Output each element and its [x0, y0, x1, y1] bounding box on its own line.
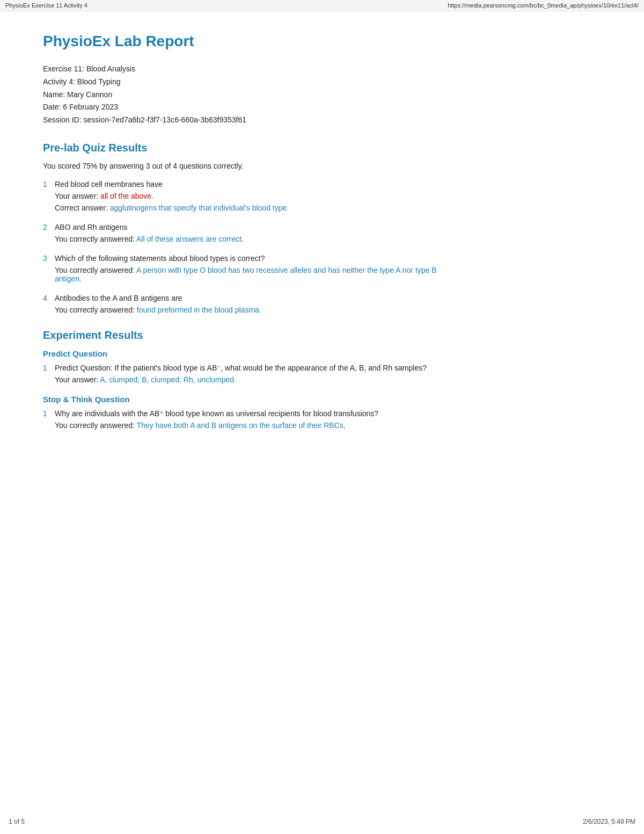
correct-answer-block-1: Correct answer: agglutinogens that speci…: [55, 204, 440, 212]
correct-answer-value-1: agglutinogens that specify that individu…: [110, 204, 289, 212]
browser-bar: PhysioEx Exercise 11 Activity 4 https://…: [0, 0, 644, 11]
content-area: PhysioEx Lab Report Exercise 11: Blood A…: [0, 11, 483, 483]
prelab-question-4: 4 Antibodies to the A and B antigens are…: [43, 294, 440, 314]
page-info: 1 of 5: [9, 818, 25, 825]
your-answer-label-2: You correctly answered:: [55, 235, 136, 243]
stopthink-number-1: 1: [43, 409, 50, 418]
page-title: PhysioEx Lab Report: [43, 33, 440, 50]
meta-activity: Activity 4: Blood Typing: [43, 76, 440, 89]
answer-block-1: Your answer: all of the above.: [55, 192, 440, 200]
predict-number-1: 1: [43, 364, 50, 372]
question-number-1: 1: [43, 180, 50, 188]
experiment-heading: Experiment Results: [43, 329, 440, 342]
your-answer-label-1: Your answer:: [55, 192, 100, 200]
question-row-1: 1 Red blood cell membranes have: [43, 180, 440, 188]
question-row-3: 3 Which of the following statements abou…: [43, 254, 440, 263]
question-text-3: Which of the following statements about …: [55, 254, 265, 263]
predict-text-1: Predict Question: If the patient's blood…: [55, 364, 427, 372]
your-answer-label-3: You correctly answered:: [55, 266, 136, 274]
predict-question-row-1: 1 Predict Question: If the patient's blo…: [43, 364, 440, 372]
predict-answer-value-1: A, clumped; B, clumped; Rh, unclumped.: [100, 375, 236, 384]
tab-title: PhysioEx Exercise 11 Activity 4: [5, 2, 87, 9]
meta-exercise: Exercise 11: Blood Analysis: [43, 63, 440, 76]
meta-session: Session ID: session-7ed7a6b2-f3f7-13c6-6…: [43, 114, 440, 127]
prelab-heading: Pre-lab Quiz Results: [43, 142, 440, 154]
question-row-4: 4 Antibodies to the A and B antigens are: [43, 294, 440, 302]
stopthink-heading: Stop & Think Question: [43, 395, 440, 404]
your-answer-value-2: All of these answers are correct.: [136, 235, 244, 243]
stopthink-question-1: 1 Why are individuals with the AB⁺ blood…: [43, 409, 440, 430]
experiment-section: Experiment Results Predict Question 1 Pr…: [43, 329, 440, 430]
footer-datetime: 2/6/2023, 5:49 PM: [583, 818, 635, 825]
predict-answer-block-1: Your answer: A, clumped; B, clumped; Rh,…: [55, 375, 440, 384]
stopthink-answer-block-1: You correctly answered: They have both A…: [55, 421, 440, 430]
answer-block-3: You correctly answered: A person with ty…: [55, 266, 440, 283]
question-number-2: 2: [43, 223, 50, 231]
stopthink-text-1: Why are individuals with the AB⁺ blood t…: [55, 409, 378, 418]
prelab-question-1: 1 Red blood cell membranes have Your ans…: [43, 180, 440, 212]
prelab-question-3: 3 Which of the following statements abou…: [43, 254, 440, 283]
question-number-4: 4: [43, 294, 50, 302]
prelab-question-2: 2 ABO and Rh antigens You correctly answ…: [43, 223, 440, 243]
answer-block-2: You correctly answered: All of these ans…: [55, 235, 440, 243]
meta-info: Exercise 11: Blood Analysis Activity 4: …: [43, 63, 440, 127]
question-number-3: 3: [43, 254, 50, 263]
meta-name: Name: Mary Cannon: [43, 89, 440, 101]
predict-answer-label-1: Your answer:: [55, 375, 100, 384]
stopthink-question-row-1: 1 Why are individuals with the AB⁺ blood…: [43, 409, 440, 418]
question-row-2: 2 ABO and Rh antigens: [43, 223, 440, 231]
footer-bar: 1 of 5 2/6/2023, 5:49 PM: [0, 818, 644, 825]
stopthink-answer-value-1: They have both A and B antigens on the s…: [137, 421, 346, 430]
predict-question-1: 1 Predict Question: If the patient's blo…: [43, 364, 440, 384]
predict-heading: Predict Question: [43, 349, 440, 358]
your-answer-label-4: You correctly answered:: [55, 306, 137, 314]
answer-block-4: You correctly answered: found preformed …: [55, 306, 440, 314]
question-text-2: ABO and Rh antigens: [55, 223, 127, 231]
stopthink-answer-label-1: You correctly answered:: [55, 421, 137, 430]
url-bar: https://media.pearsoncmg.com/bc/bc_0medi…: [448, 2, 639, 9]
meta-date: Date: 6 February 2023: [43, 101, 440, 114]
your-answer-value-4: found preformed in the blood plasma.: [137, 306, 261, 314]
correct-answer-label-1: Correct answer:: [55, 204, 110, 212]
score-text: You scored 75% by answering 3 out of 4 q…: [43, 162, 440, 170]
question-text-1: Red blood cell membranes have: [55, 180, 163, 188]
your-answer-value-1: all of the above.: [100, 192, 153, 200]
question-text-4: Antibodies to the A and B antigens are: [55, 294, 182, 302]
